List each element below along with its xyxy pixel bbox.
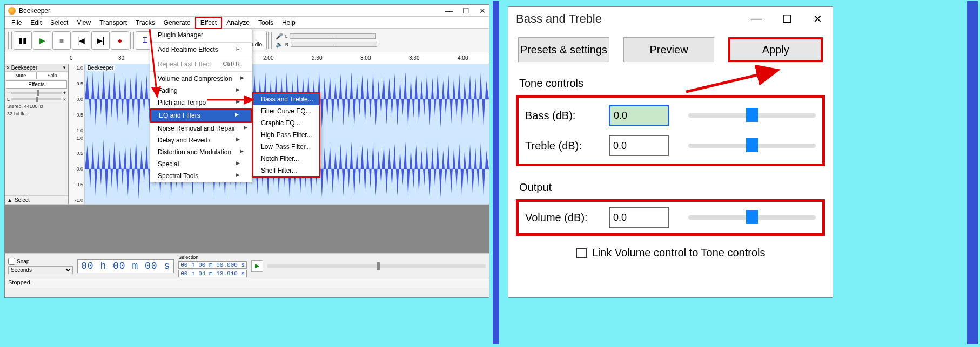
clip-name-label: Beekeeper: [86, 65, 115, 71]
play-at-speed-button[interactable]: ▶: [251, 260, 263, 272]
submenu-low-pass[interactable]: Low-Pass Filter...: [253, 141, 319, 153]
menu-distortion-modulation[interactable]: Distortion and Modulation▶: [150, 146, 252, 158]
toolbar-grip[interactable]: [8, 32, 12, 49]
tick: 4:00: [458, 55, 468, 61]
menu-eq-filters[interactable]: EQ and Filters▶: [150, 108, 252, 123]
gain-slider[interactable]: −+: [5, 90, 68, 96]
mic-icon: 🎤: [276, 33, 283, 40]
track-name: Beekeeper: [11, 65, 62, 71]
menu-analyze[interactable]: Analyze: [222, 18, 254, 28]
menu-add-realtime[interactable]: Add Realtime EffectsE: [150, 44, 252, 56]
volume-label: Volume (dB):: [525, 212, 601, 224]
stop-button[interactable]: ■: [52, 31, 71, 50]
menu-noise-removal[interactable]: Noise Removal and Repair▶: [150, 123, 252, 134]
snap-select[interactable]: Seconds: [8, 266, 73, 274]
volume-input[interactable]: [609, 207, 669, 228]
volume-slider-thumb[interactable]: [746, 210, 758, 224]
dialog-maximize[interactable]: ☐: [780, 12, 795, 25]
selection-label: Selection: [178, 255, 247, 260]
menu-repeat-last[interactable]: Repeat Last EffectCtrl+R: [150, 58, 252, 70]
submenu-filter-curve[interactable]: Filter Curve EQ...: [253, 105, 319, 117]
link-checkbox-row[interactable]: Link Volume control to Tone controls: [508, 247, 833, 259]
apply-button[interactable]: Apply: [728, 37, 823, 62]
menu-tools[interactable]: Tools: [254, 18, 278, 28]
menu-view[interactable]: View: [72, 18, 95, 28]
bass-slider-thumb[interactable]: [746, 108, 758, 122]
submenu-high-pass[interactable]: High-Pass Filter...: [253, 129, 319, 141]
main-time-display[interactable]: 00 h 00 m 00 s: [77, 259, 174, 273]
submenu-notch[interactable]: Notch Filter...: [253, 153, 319, 165]
selection-end[interactable]: 00 h 04 m 13.910 s: [178, 270, 247, 277]
treble-slider-thumb[interactable]: [746, 138, 758, 152]
track-effects-button[interactable]: Effects: [6, 80, 67, 89]
treble-input[interactable]: [609, 135, 669, 156]
presets-settings-button[interactable]: Presets & settings: [518, 37, 609, 62]
bass-treble-dialog: Bass and Treble — ☐ ✕ Presets & settings…: [508, 6, 833, 298]
amplitude-scale-ch2: 1.0 0.5 0.0 -0.5 -1.0: [69, 134, 85, 205]
menu-generate[interactable]: Generate: [159, 18, 195, 28]
menu-help[interactable]: Help: [278, 18, 300, 28]
track-format-info: Stereo, 44100Hz: [5, 103, 68, 110]
menu-edit[interactable]: Edit: [26, 18, 46, 28]
link-checkbox[interactable]: [576, 248, 587, 258]
tick: 3:30: [409, 55, 419, 61]
eq-filters-submenu: Bass and Treble... Filter Curve EQ... Gr…: [252, 92, 320, 178]
menu-spectral-tools[interactable]: Spectral Tools▶: [150, 170, 252, 182]
mute-button[interactable]: Mute: [5, 72, 37, 79]
pause-button[interactable]: ▮▮: [14, 31, 32, 50]
playback-speed-slider[interactable]: [267, 264, 486, 268]
toolbar-grip-2[interactable]: [130, 32, 135, 49]
menu-plugin-manager[interactable]: Plugin Manager: [150, 29, 252, 41]
selection-start[interactable]: 00 h 00 m 00.000 s: [178, 261, 247, 269]
bass-slider[interactable]: [688, 113, 816, 118]
skip-start-button[interactable]: |◀: [72, 31, 90, 50]
submenu-bass-treble[interactable]: Bass and Treble...: [253, 93, 319, 105]
select-track-label[interactable]: Select: [15, 197, 30, 203]
treble-slider[interactable]: [688, 144, 816, 148]
tick: 2:00: [263, 55, 273, 61]
menu-delay-reverb[interactable]: Delay and Reverb▶: [150, 134, 252, 146]
minus-icon: −: [7, 90, 10, 96]
snap-checkbox[interactable]: Snap: [8, 258, 73, 265]
menu-file[interactable]: File: [7, 18, 26, 28]
submenu-shelf[interactable]: Shelf Filter...: [253, 165, 319, 176]
plus-icon: +: [63, 90, 66, 96]
close-track-icon[interactable]: ×: [6, 65, 10, 71]
track-bit-info: 32-bit float: [5, 110, 68, 118]
bottom-toolbar: Snap Seconds 00 h 00 m 00 s Selection 00…: [5, 253, 489, 278]
submenu-graphic-eq[interactable]: Graphic EQ...: [253, 117, 319, 129]
menu-select[interactable]: Select: [46, 18, 72, 28]
solo-button[interactable]: Solo: [37, 72, 69, 79]
skip-end-button[interactable]: ▶|: [91, 31, 110, 50]
close-button[interactable]: ✕: [479, 6, 486, 15]
volume-slider[interactable]: [688, 215, 816, 220]
menu-volume-compression[interactable]: Volume and Compression▶: [150, 73, 252, 85]
menu-effect[interactable]: Effect: [195, 17, 222, 29]
pan-slider[interactable]: LR: [5, 96, 68, 103]
play-button[interactable]: ▶: [33, 31, 51, 50]
svg-rect-1: [493, 1, 499, 344]
dialog-close[interactable]: ✕: [810, 12, 825, 25]
menu-special[interactable]: Special▶: [150, 158, 252, 170]
menu-tracks[interactable]: Tracks: [131, 18, 159, 28]
dialog-minimize[interactable]: —: [749, 12, 764, 25]
output-label: Output: [519, 181, 833, 194]
dialog-button-row: Presets & settings Preview Apply: [508, 31, 833, 62]
track-menu-dropdown[interactable]: ▼: [62, 65, 66, 70]
collapse-icon[interactable]: ▲: [7, 197, 12, 203]
menu-pitch-tempo[interactable]: Pitch and Tempo▶: [150, 97, 252, 108]
maximize-button[interactable]: ☐: [462, 6, 469, 15]
tick: 3:00: [360, 55, 371, 61]
bass-input[interactable]: [609, 105, 669, 126]
preview-button[interactable]: Preview: [623, 37, 715, 62]
toolbar-grip-5[interactable]: [268, 32, 272, 49]
empty-track-area[interactable]: [5, 205, 489, 253]
play-meter[interactable]: ---: [291, 42, 377, 47]
track-header[interactable]: × Beekeeper ▼: [5, 64, 68, 72]
record-meter[interactable]: ---: [290, 33, 376, 39]
audacity-window: Beekeeper — ☐ ✕ File Edit Select View Tr…: [4, 4, 489, 298]
record-button[interactable]: ●: [111, 31, 129, 50]
menu-fading[interactable]: Fading▶: [150, 85, 252, 97]
minimize-button[interactable]: —: [445, 6, 453, 15]
menu-transport[interactable]: Transport: [95, 18, 131, 28]
